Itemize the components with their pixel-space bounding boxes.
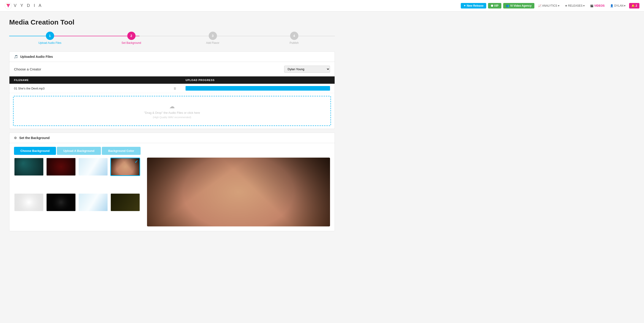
step-1-label: Upload Audio Files <box>38 41 61 44</box>
step-2-label: Set Background <box>122 41 141 44</box>
videos-nav[interactable]: 🎬 VIDEOS <box>588 4 606 7</box>
step-2[interactable]: 2 Set Background <box>90 32 172 44</box>
background-thumbnail[interactable] <box>46 193 76 212</box>
releases-icon: ★ <box>565 4 568 7</box>
logo[interactable]: V Y D I A <box>4 2 43 10</box>
videos-icon: 🎬 <box>590 4 594 7</box>
preview-canvas <box>147 158 330 226</box>
step-3-label: Add Flavor <box>206 41 219 44</box>
vydia-logo-icon <box>4 2 12 10</box>
releases-nav[interactable]: ★ RELEASES ▾ <box>563 4 586 7</box>
step-1[interactable]: 1 Upload Audio Files <box>9 32 90 44</box>
analytics-chevron-icon: ▾ <box>558 4 559 7</box>
audio-section-title: Uploaded Audio Files <box>20 55 53 58</box>
set-background-section: ⚙ Set the Background Choose Background U… <box>9 132 335 231</box>
background-grid: ✓ <box>14 158 140 226</box>
user-icon: 👤 <box>610 4 614 7</box>
file-table-body: 01 She's the Devil.mp3 🗑 <box>10 84 334 93</box>
vip-icon: ⬟ <box>491 4 493 7</box>
bell-icon: 🔔 <box>632 4 635 7</box>
col-filename: FILENAME <box>10 76 181 84</box>
drop-zone-text: "Drag & Drop" the Audio Files or click h… <box>144 111 200 114</box>
file-table: FILENAME UPLOAD PROGRESS 01 She's the De… <box>10 76 334 93</box>
main-content: Media Creation Tool 1 Upload Audio Files… <box>0 12 344 242</box>
releases-chevron-icon: ▾ <box>583 4 584 7</box>
creator-select[interactable]: Dylan Young <box>284 66 330 73</box>
audio-file-icon: 🎵 <box>14 55 18 58</box>
table-header-row: FILENAME UPLOAD PROGRESS <box>10 76 334 84</box>
progress-bar-wrap <box>186 86 330 90</box>
uploaded-audio-section: 🎵 Uploaded Audio Files Choose a Creator … <box>9 52 335 129</box>
background-thumbnail[interactable] <box>46 158 76 176</box>
step-3-circle: 3 <box>209 32 217 40</box>
user-nav[interactable]: 👤 DYLAN ▾ <box>608 4 627 7</box>
step-4-circle: 4 <box>290 32 298 40</box>
agency-button[interactable]: 👥 Vi Video Agency <box>503 3 534 8</box>
drop-zone-hint: (High Quality WAV recommended) <box>153 116 191 118</box>
background-thumbnail[interactable] <box>14 193 44 212</box>
cloud-upload-icon: ☁ <box>169 103 175 110</box>
selected-checkmark-icon: ✓ <box>135 159 138 164</box>
background-thumbnail[interactable] <box>110 193 140 212</box>
background-section-title: Set the Background <box>19 136 50 140</box>
analytics-icon: 📈 <box>538 4 542 7</box>
logo-text: V Y D I A <box>14 3 43 8</box>
thumbnail-canvas <box>79 194 108 211</box>
creator-row: Choose a Creator Dylan Young <box>10 62 334 76</box>
col-progress: UPLOAD PROGRESS <box>181 76 334 84</box>
thumbnail-canvas <box>46 158 76 176</box>
header: V Y D I A ✦ New Release ⬟ VIP 👥 Vi Video… <box>0 0 644 12</box>
agency-icon: 👥 <box>506 4 509 7</box>
progress-bar-fill <box>186 86 330 90</box>
tab-choose-background[interactable]: Choose Background <box>14 147 56 155</box>
background-thumbnail[interactable] <box>78 193 108 212</box>
background-content: ✓ <box>10 158 334 231</box>
background-thumbnail[interactable] <box>14 158 44 176</box>
delete-icon[interactable]: 🗑 <box>174 87 176 90</box>
sliders-icon: ⚙ <box>14 136 17 140</box>
tab-background-color[interactable]: Background Color <box>102 147 140 155</box>
tab-upload-background[interactable]: Upload A Background <box>57 147 101 155</box>
thumbnail-canvas <box>14 158 43 176</box>
vip-button[interactable]: ⬟ VIP <box>488 3 501 8</box>
background-tabs: Choose Background Upload A Background Ba… <box>14 147 330 155</box>
thumbnail-canvas <box>111 194 140 211</box>
table-row: 01 She's the Devil.mp3 🗑 <box>10 84 334 93</box>
step-4[interactable]: 4 Publish <box>254 32 335 44</box>
user-chevron-icon: ▾ <box>624 4 626 7</box>
new-release-button[interactable]: ✦ New Release <box>461 3 486 8</box>
notifications-button[interactable]: 🔔 2 <box>629 3 640 8</box>
audio-section-header: 🎵 Uploaded Audio Files <box>10 52 334 62</box>
step-4-label: Publish <box>290 41 298 44</box>
thumbnail-canvas <box>46 194 76 211</box>
thumbnail-canvas <box>79 158 108 176</box>
creator-label: Choose a Creator <box>14 67 41 71</box>
filename-text: 01 She's the Devil.mp3 <box>14 87 44 90</box>
thumbnail-canvas <box>14 194 43 211</box>
background-thumbnail[interactable]: ✓ <box>110 158 140 176</box>
step-3[interactable]: 3 Add Flavor <box>172 32 254 44</box>
background-section-header: ⚙ Set the Background <box>10 133 334 143</box>
background-thumbnail[interactable] <box>78 158 108 176</box>
step-1-circle: 1 <box>46 32 54 40</box>
header-nav: ✦ New Release ⬟ VIP 👥 Vi Video Agency 📈 … <box>461 3 640 8</box>
page-title: Media Creation Tool <box>9 18 335 26</box>
analytics-nav[interactable]: 📈 ANALYTICS ▾ <box>536 4 561 7</box>
stepper: 1 Upload Audio Files 2 Set Background 3 … <box>9 32 335 44</box>
new-release-icon: ✦ <box>464 4 466 7</box>
drop-zone[interactable]: ☁ "Drag & Drop" the Audio Files or click… <box>13 96 331 126</box>
step-2-circle: 2 <box>127 32 136 40</box>
background-preview <box>147 158 330 226</box>
